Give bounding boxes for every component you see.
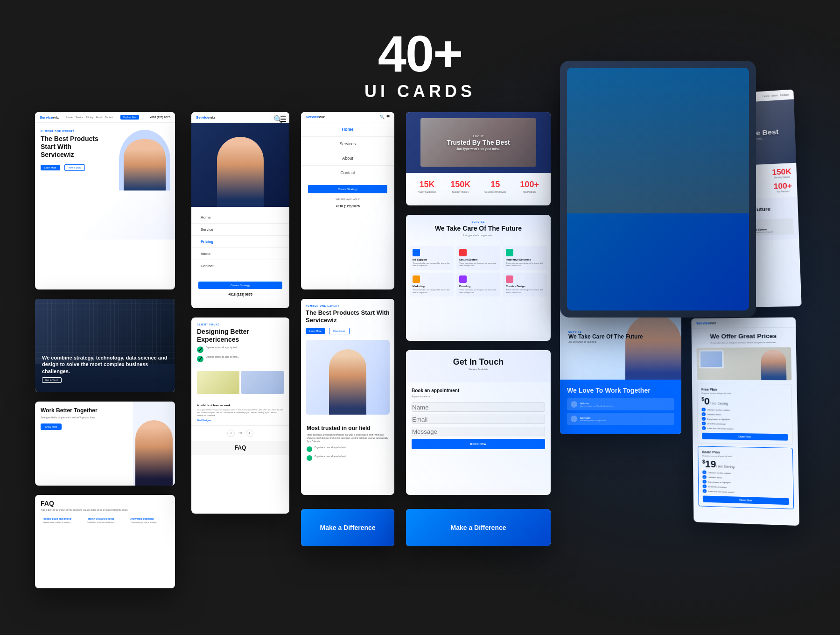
faq-section: FAQ Type in don't let us answer to your … xyxy=(35,495,175,531)
faq-a3: This guides you how to starting... xyxy=(130,521,167,524)
count-display: 40+ xyxy=(0,28,840,79)
pagination: ‹ 1/4 › xyxy=(191,425,289,441)
card1-title: The Best Products Start With Servicewiz xyxy=(41,135,101,158)
faq-q1: Finding plans and pricing xyxy=(43,517,80,520)
portfolio-item-2 xyxy=(241,371,284,394)
faq-subtitle: Type in don't let us answer to your ques… xyxy=(41,509,169,511)
dark-card-btn[interactable]: Get In Touch xyxy=(42,377,62,383)
mt-feat-icon-1 xyxy=(307,446,312,452)
work-better-text: Just type what's on your mind and we'll … xyxy=(41,416,127,420)
feature-icon-2: ✓ xyxy=(197,356,203,362)
designing-section: CLIENT FOUND Designing Better Expericenc… xyxy=(191,318,289,371)
card5-person xyxy=(217,137,264,207)
card1-hero-image xyxy=(119,130,170,190)
design-feature-2: ✓ Organise access all apps by hand... xyxy=(197,356,284,362)
feature-icon-1: ✓ xyxy=(197,346,203,353)
work-person-area xyxy=(133,402,175,486)
hero-card: Servicewiz Home Service Pricing About Co… xyxy=(35,112,175,289)
card1-btn1[interactable]: Learn More xyxy=(41,165,60,170)
work-better-inner: Work Better Together Just type what's on… xyxy=(35,402,175,486)
faq-item-2: Publish post and pricing Publish has a n… xyxy=(84,515,126,526)
dark-building-card: We combine strategy, technology, data sc… xyxy=(35,299,175,392)
rethink-title: A rethink of how we work xyxy=(197,403,284,407)
faq-a2: Publish has a number of starting... xyxy=(87,521,124,524)
page-indicator: 1/4 xyxy=(238,432,242,435)
work-person-figure xyxy=(135,420,173,486)
faq-a1: System has a number of starting... xyxy=(43,521,80,524)
faq-q2: Publish post and pricing xyxy=(87,517,124,520)
author-tag: Mind Designer xyxy=(197,419,284,422)
feature-text-1: Organise access all apps by field... xyxy=(206,346,238,349)
mt-feat-icon-2 xyxy=(307,455,312,461)
feature-text-2: Organise access all apps by hand... xyxy=(206,356,239,359)
faq-bottom: FAQ xyxy=(191,441,289,455)
card5-phone: +818 (123) 9876 xyxy=(191,293,289,296)
rethink-section: A rethink of how we work Ideas you feel … xyxy=(191,400,289,425)
card8-btn1[interactable]: Learn More xyxy=(306,328,325,334)
menu-item-contact[interactable]: Contact xyxy=(191,260,289,272)
faq-q3: Answering questions xyxy=(130,517,167,520)
designing-title: Designing Better Expericences xyxy=(197,328,284,344)
work-better-title: Work Better Together xyxy=(41,407,127,414)
dark-inner: We combine strategy, technology, data sc… xyxy=(35,299,175,392)
menu-item-home[interactable]: Home xyxy=(191,212,289,224)
vertical-menu-card: Servicewiz 🔍 ☰ Home Service Pricing Abou… xyxy=(191,112,289,308)
prev-btn[interactable]: ‹ xyxy=(227,430,235,437)
faq-title: FAQ xyxy=(41,500,169,507)
card1-btn2[interactable]: How it work xyxy=(64,164,85,171)
header: 40+ UI CARDS xyxy=(0,0,840,120)
work-better-card-left: Work Better Together Just type what's on… xyxy=(35,402,175,486)
dark-card-title: We combine strategy, technology, data sc… xyxy=(42,354,168,374)
design-feature-1: ✓ Organise access all apps by field... xyxy=(197,346,284,353)
faq-item-1: Finding plans and pricing System has a n… xyxy=(41,515,82,526)
card5-image-area xyxy=(191,123,289,207)
page-background: 40+ UI CARDS Servicewiz Home Service Pri… xyxy=(0,0,840,120)
next-btn[interactable]: › xyxy=(246,430,253,437)
faq-grid: Finding plans and pricing System has a n… xyxy=(41,515,169,526)
card1-person xyxy=(124,139,166,190)
card5-cta[interactable]: Create Strategy xyxy=(198,282,282,289)
menu-item-about[interactable]: About xyxy=(191,248,289,260)
portfolio-item-1 xyxy=(197,371,239,394)
work-better-btn[interactable]: Show More xyxy=(41,423,62,430)
card1-hero: NUMBER ONE EXPERT The Best Products Star… xyxy=(35,123,175,240)
faq-label: FAQ xyxy=(195,444,286,451)
dark-card-text: We combine strategy, technology, data sc… xyxy=(42,354,168,383)
rethink-text: Ideas you feel how many more days you ne… xyxy=(197,409,284,417)
designing-card: CLIENT FOUND Designing Better Expericenc… xyxy=(191,318,289,514)
menu-item-pricing[interactable]: Pricing xyxy=(191,236,289,248)
faq-item-3: Answering questions This guides you how … xyxy=(128,515,169,526)
menu-item-service[interactable]: Service xyxy=(191,224,289,236)
portfolio-grid xyxy=(191,371,289,400)
vertical-menu: Home Service Pricing About Contact xyxy=(191,207,289,277)
subtitle-display: UI CARDS xyxy=(0,82,840,101)
client-tag: CLIENT FOUND xyxy=(197,323,284,326)
faq-card: FAQ Type in don't let us answer to your … xyxy=(35,495,175,588)
work-better-text-area: Work Better Together Just type what's on… xyxy=(35,402,133,486)
